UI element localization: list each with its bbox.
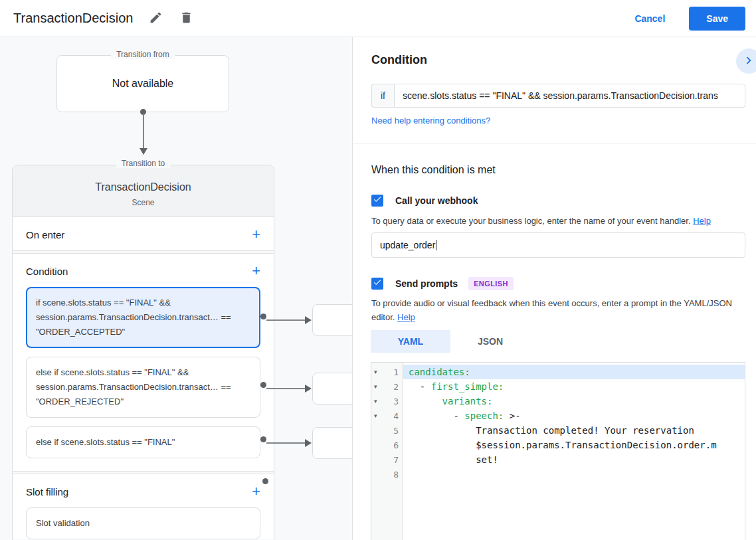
code-token [409, 396, 442, 406]
transition-target-box[interactable] [312, 427, 353, 459]
webhook-checkbox-row: Call your webhook [371, 195, 478, 207]
code-token: set! [409, 454, 498, 465]
text-cursor [436, 240, 436, 250]
slot-filling-label: Slot filling [26, 486, 68, 497]
webhook-help-link[interactable]: Help [693, 216, 711, 226]
code-line[interactable]: set! [403, 452, 745, 467]
page-title: TransactionDecision [13, 11, 133, 26]
transition-from-legend: Transition from [111, 50, 175, 59]
webhook-checkbox[interactable] [371, 195, 383, 207]
trash-icon [179, 11, 193, 27]
fold-arrow-icon[interactable]: ▾ [374, 412, 384, 419]
delete-button[interactable] [178, 11, 194, 27]
connector-line [266, 319, 305, 321]
webhook-name-input[interactable]: update_order [371, 232, 745, 258]
fold-arrow-icon[interactable]: ▾ [374, 383, 384, 390]
transition-target-box[interactable] [312, 373, 353, 405]
line-number: 8 [384, 470, 399, 480]
line-number: 4 [384, 411, 399, 421]
code-line[interactable]: Transaction completed! Your reservation [403, 423, 745, 438]
webhook-label: Call your webhook [395, 195, 478, 206]
code-line[interactable]: candidates: [403, 365, 745, 379]
transition-target-box[interactable] [312, 304, 353, 336]
add-condition-button[interactable]: + [252, 264, 260, 278]
line-number: 5 [384, 426, 399, 436]
check-icon [373, 195, 382, 207]
connector-line [266, 442, 305, 444]
line-number: 2 [384, 382, 399, 392]
condition-item-selected[interactable]: if scene.slots.status == "FINAL" && sess… [26, 287, 260, 348]
code-line[interactable]: - speech: >- [403, 408, 745, 423]
transition-from-box[interactable]: Transition from Not available [56, 55, 229, 112]
chevron-right-icon [741, 53, 756, 70]
prompts-checkbox-row: Send prompts ENGLISH [371, 277, 514, 290]
if-prefix: if [371, 84, 394, 108]
connector-arrow-icon [305, 439, 312, 447]
connector-dot [262, 478, 268, 484]
code-token: variants: [442, 396, 493, 406]
slot-validation-item[interactable]: Slot validation [26, 507, 260, 539]
scene-name: TransactionDecision [19, 181, 267, 193]
on-enter-section: On enter + [13, 217, 274, 250]
line-number: 7 [384, 455, 399, 465]
scene-type-label: Scene [19, 198, 267, 207]
editor-tabs: YAML JSON [371, 330, 530, 353]
code-token: - [409, 381, 431, 392]
transition-arrow-head-icon [140, 148, 147, 155]
add-on-enter-button[interactable]: + [252, 228, 260, 241]
scene-card-header[interactable]: TransactionDecision Scene [13, 165, 274, 217]
editor-code: candidates: - first_simple: variants: - … [403, 363, 745, 540]
save-button[interactable]: Save [689, 7, 745, 31]
prompts-help-link[interactable]: Help [397, 312, 415, 322]
condition-section: Condition + if scene.slots.status == "FI… [13, 254, 274, 471]
editor-gutter: ▾1▾2▾3▾45678 [371, 363, 403, 540]
fold-arrow-icon[interactable]: ▾ [374, 369, 384, 375]
cancel-button[interactable]: Cancel [634, 13, 665, 24]
fold-arrow-icon[interactable]: ▾ [374, 398, 384, 405]
code-token: - [409, 410, 464, 421]
transition-from-content: Not available [57, 56, 229, 112]
condition-expression-input[interactable] [394, 84, 745, 108]
condition-label: Condition [26, 266, 68, 277]
code-line[interactable]: variants: [403, 394, 745, 408]
connector-dot [260, 436, 266, 442]
transition-arrow-line [143, 114, 144, 149]
conditions-help-link[interactable]: Need help entering conditions? [371, 116, 490, 126]
connector-dot [260, 382, 266, 388]
topbar: TransactionDecision Cancel Save [0, 0, 756, 37]
transition-to-card: Transition to TransactionDecision Scene … [12, 165, 274, 540]
code-token: first_simple: [431, 381, 504, 392]
on-enter-label: On enter [26, 229, 64, 240]
code-token: >- [504, 410, 520, 421]
webhook-description: To query data or execute your business l… [371, 214, 745, 228]
code-token: speech: [464, 410, 504, 421]
line-number: 6 [384, 440, 399, 450]
connector-line [266, 388, 305, 389]
connector-arrow-icon [305, 385, 312, 393]
code-token: $session.params.TransactionDecision.orde… [409, 440, 717, 450]
condition-item[interactable]: else if scene.slots.status == "FINAL" &&… [26, 357, 260, 418]
pencil-icon [149, 11, 163, 27]
code-line[interactable] [403, 467, 745, 482]
scene-canvas: Transition from Not available Transition… [0, 37, 353, 540]
connector-dot [260, 314, 266, 319]
collapse-panel-button[interactable] [736, 48, 756, 74]
transition-to-legend: Transition to [116, 159, 171, 168]
prompts-checkbox[interactable] [371, 278, 383, 290]
condition-editor-panel: Condition if Need help entering conditio… [353, 37, 756, 540]
line-number: 3 [384, 397, 399, 406]
tab-json[interactable]: JSON [450, 330, 530, 353]
tab-yaml[interactable]: YAML [371, 330, 450, 353]
edit-button[interactable] [147, 11, 163, 27]
code-line[interactable]: $session.params.TransactionDecision.orde… [403, 438, 745, 452]
connector-arrow-icon [305, 316, 312, 324]
language-badge: ENGLISH [468, 277, 514, 290]
condition-item[interactable]: else if scene.slots.status == "FINAL" [26, 426, 260, 458]
add-slot-button[interactable]: + [252, 485, 260, 498]
prompts-label: Send prompts [395, 278, 458, 289]
panel-heading: Condition [371, 53, 427, 67]
yaml-editor[interactable]: ▾1▾2▾3▾45678 candidates: - first_simple:… [371, 362, 745, 540]
code-line[interactable]: - first_simple: [403, 379, 745, 394]
code-token: candidates: [409, 367, 470, 377]
scene-card: TransactionDecision Scene On enter + Con… [12, 165, 274, 540]
